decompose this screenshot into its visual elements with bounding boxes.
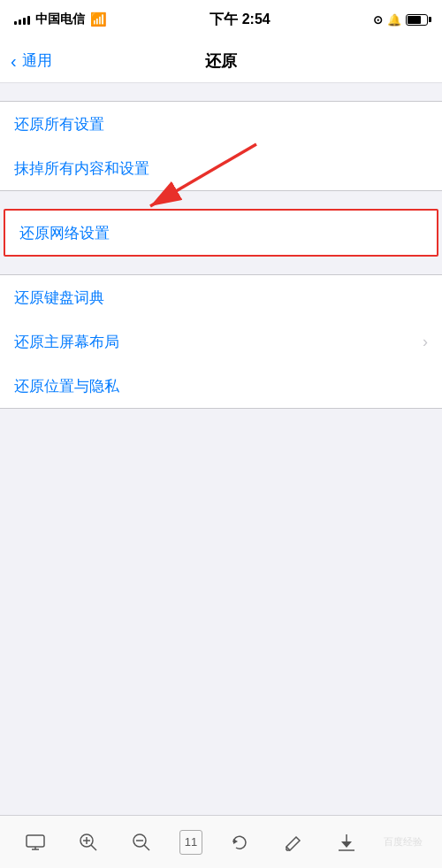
- section-group-3: 还原键盘词典 还原主屏幕布局 › 还原位置与隐私: [0, 274, 442, 409]
- signal-bar-1: [14, 21, 17, 25]
- edit-btn[interactable]: [278, 826, 309, 858]
- section-3: 还原键盘词典 还原主屏幕布局 › 还原位置与隐私: [0, 274, 442, 409]
- alarm-icon: 🔔: [387, 13, 401, 27]
- home-screen-chevron-icon: ›: [423, 333, 428, 351]
- back-chevron-icon: ‹: [11, 52, 17, 70]
- download-btn[interactable]: [331, 826, 362, 858]
- highlighted-network-section: 还原网络设置: [4, 209, 438, 257]
- watermark-label: 百度经验: [384, 835, 423, 849]
- reset-location-item[interactable]: 还原位置与隐私: [0, 364, 442, 408]
- reset-home-screen-item[interactable]: 还原主屏幕布局 ›: [0, 319, 442, 364]
- wifi-icon: 📶: [90, 12, 107, 27]
- back-label: 通用: [22, 50, 52, 71]
- circle-icon: ⊙: [373, 13, 383, 27]
- svg-line-10: [144, 845, 149, 850]
- page-num-btn[interactable]: 11: [179, 830, 202, 855]
- status-right: ⊙ 🔔: [373, 13, 428, 27]
- zoom-out-svg: [132, 833, 151, 852]
- back-button[interactable]: ‹ 通用: [11, 50, 52, 71]
- page-title: 还原: [205, 50, 237, 72]
- reset-location-label: 还原位置与隐私: [14, 376, 119, 396]
- signal-bar-2: [19, 19, 21, 25]
- screen-icon[interactable]: [19, 826, 51, 858]
- reset-keyboard-label: 还原键盘词典: [14, 288, 104, 308]
- page-number-label: 11: [185, 835, 197, 849]
- zoom-in-btn[interactable]: [72, 826, 104, 858]
- battery-fill: [408, 16, 421, 24]
- erase-all-content-item[interactable]: 抹掉所有内容和设置: [0, 146, 442, 190]
- svg-marker-12: [233, 839, 238, 844]
- zoom-in-svg: [79, 833, 98, 852]
- bottom-toolbar: 11 百度经验: [0, 815, 442, 868]
- refresh-svg: [230, 833, 249, 852]
- reset-all-settings-item[interactable]: 还原所有设置: [0, 102, 442, 146]
- signal-bar-4: [27, 16, 30, 25]
- reset-home-screen-label: 还原主屏幕布局: [14, 332, 119, 352]
- signal-bar-3: [23, 18, 26, 25]
- status-time: 下午 2:54: [210, 11, 270, 29]
- edit-svg: [284, 833, 303, 852]
- reset-all-settings-label: 还原所有设置: [14, 114, 104, 134]
- download-svg: [337, 833, 356, 852]
- zoom-out-btn[interactable]: [126, 826, 157, 858]
- status-left: 中国电信 📶: [14, 12, 107, 27]
- svg-rect-2: [27, 835, 44, 847]
- reset-network-label: 还原网络设置: [19, 223, 110, 243]
- battery-icon: [406, 14, 428, 26]
- svg-marker-16: [341, 841, 352, 848]
- monitor-svg: [26, 834, 45, 850]
- refresh-btn[interactable]: [224, 826, 255, 858]
- erase-all-content-label: 抹掉所有内容和设置: [14, 158, 149, 179]
- nav-bar: ‹ 通用 还原: [0, 39, 442, 83]
- carrier-label: 中国电信: [35, 12, 85, 27]
- reset-network-item[interactable]: 还原网络设置: [5, 211, 437, 255]
- section-1: 还原所有设置 抹掉所有内容和设置: [0, 101, 442, 191]
- section-gap-1: [0, 191, 442, 209]
- signal-bars: [14, 14, 30, 25]
- svg-line-6: [91, 845, 96, 850]
- section-group-1: 还原所有设置 抹掉所有内容和设置: [0, 101, 442, 191]
- status-bar: 中国电信 📶 下午 2:54 ⊙ 🔔: [0, 0, 442, 39]
- reset-keyboard-item[interactable]: 还原键盘词典: [0, 275, 442, 319]
